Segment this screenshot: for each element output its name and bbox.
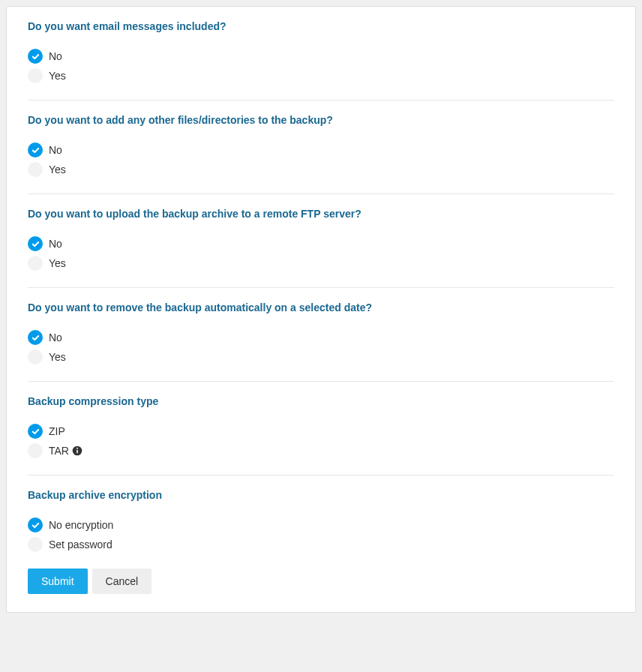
radio-label: ZIP <box>49 425 65 437</box>
section-title-autoremove: Do you want to remove the backup automat… <box>28 302 614 314</box>
radio-autoremove-no[interactable]: No <box>28 330 614 345</box>
svg-point-2 <box>77 448 79 449</box>
backup-settings-panel: Do you want email messages included? No … <box>6 6 636 613</box>
radio-encryption-password[interactable]: Set password <box>28 537 614 552</box>
section-title-compression: Backup compression type <box>28 395 614 407</box>
radio-ftp-no[interactable]: No <box>28 236 614 251</box>
section-other-files: Do you want to add any other files/direc… <box>28 100 614 194</box>
section-title-encryption: Backup archive encryption <box>28 489 614 501</box>
radio-label: No <box>49 50 62 62</box>
radio-label: Yes <box>49 351 66 363</box>
radio-label: Set password <box>49 538 112 550</box>
radio-compression-zip[interactable]: ZIP <box>28 424 614 439</box>
radio-label: No <box>49 144 62 156</box>
action-buttons: Submit Cancel <box>28 568 614 594</box>
svg-rect-1 <box>77 450 79 454</box>
radio-label: Yes <box>49 257 66 269</box>
radio-label: Yes <box>49 70 66 82</box>
section-title-email: Do you want email messages included? <box>28 20 614 32</box>
cancel-button[interactable]: Cancel <box>92 568 152 594</box>
section-title-ftp: Do you want to upload the backup archive… <box>28 208 614 220</box>
radio-indicator-unselected <box>28 350 43 364</box>
radio-indicator-selected <box>28 142 43 158</box>
radio-indicator-unselected <box>28 68 43 83</box>
radio-files-no[interactable]: No <box>28 142 614 158</box>
radio-label: No <box>49 238 62 250</box>
radio-autoremove-yes[interactable]: Yes <box>28 350 614 364</box>
radio-label: No encryption <box>49 519 113 531</box>
radio-label: Yes <box>49 164 66 176</box>
radio-indicator-selected <box>28 49 43 64</box>
radio-encryption-none[interactable]: No encryption <box>28 518 614 532</box>
radio-indicator-selected <box>28 330 43 345</box>
radio-indicator-selected <box>28 518 43 532</box>
radio-indicator-unselected <box>28 537 43 552</box>
radio-label: TAR <box>49 445 69 457</box>
radio-files-yes[interactable]: Yes <box>28 162 614 177</box>
section-autoremove: Do you want to remove the backup automat… <box>28 288 614 382</box>
radio-indicator-selected <box>28 424 43 439</box>
radio-indicator-unselected <box>28 256 43 271</box>
radio-indicator-unselected <box>28 443 43 458</box>
radio-email-yes[interactable]: Yes <box>28 68 614 83</box>
radio-email-no[interactable]: No <box>28 49 614 64</box>
section-email-messages: Do you want email messages included? No … <box>28 7 614 100</box>
section-title-files: Do you want to add any other files/direc… <box>28 114 614 126</box>
radio-label: No <box>49 332 62 344</box>
radio-compression-tar[interactable]: TAR <box>28 443 614 458</box>
radio-ftp-yes[interactable]: Yes <box>28 256 614 271</box>
submit-button[interactable]: Submit <box>28 568 88 594</box>
section-encryption: Backup archive encryption No encryption … <box>28 476 614 568</box>
section-compression: Backup compression type ZIP TAR <box>28 382 614 476</box>
radio-indicator-unselected <box>28 162 43 177</box>
info-icon[interactable] <box>72 446 83 457</box>
section-ftp-upload: Do you want to upload the backup archive… <box>28 194 614 288</box>
radio-indicator-selected <box>28 236 43 251</box>
